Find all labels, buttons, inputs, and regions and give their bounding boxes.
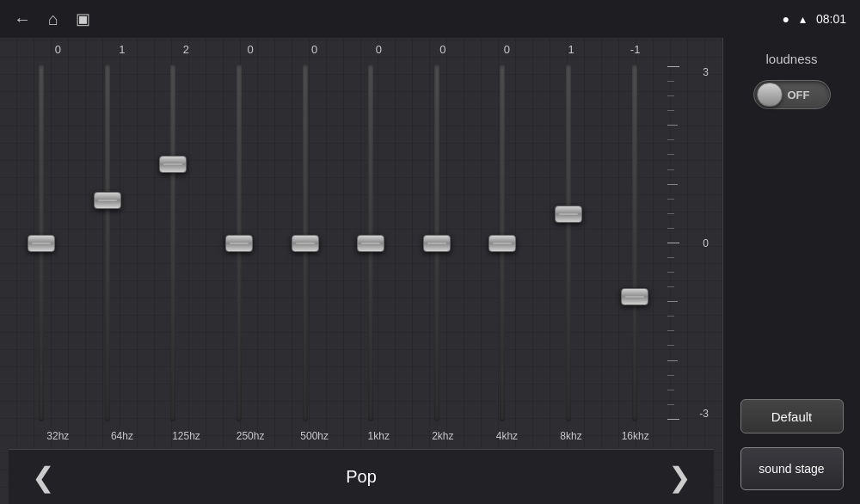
sliders-columns xyxy=(9,61,667,425)
eq-panel: 012000001-1 3 0 -3 32hz64hz125hz250hz500… xyxy=(0,38,722,504)
toggle-state: OFF xyxy=(788,89,810,101)
eq-value-9: -1 xyxy=(603,43,667,56)
status-bar-left: ← ⌂ ▣ xyxy=(14,9,90,29)
eq-label-9: 16khz xyxy=(603,430,667,442)
eq-value-5: 0 xyxy=(347,43,411,56)
window-icon[interactable]: ▣ xyxy=(76,9,90,28)
eq-value-3: 0 xyxy=(218,43,283,56)
slider-column-9 xyxy=(601,61,667,425)
bottom-nav: ❮ Pop ❯ xyxy=(9,449,714,504)
next-icon: ❯ xyxy=(668,461,691,494)
eq-label-7: 4khz xyxy=(475,430,539,442)
location-icon: ● xyxy=(782,12,789,26)
prev-icon: ❮ xyxy=(32,461,55,494)
toggle-knob xyxy=(757,83,783,107)
loudness-label: loudness xyxy=(765,52,817,66)
time-display: 08:01 xyxy=(816,12,846,26)
preset-name: Pop xyxy=(77,467,645,487)
eq-label-4: 500hz xyxy=(282,430,347,442)
sound-stage-button[interactable]: sound stage xyxy=(740,447,844,490)
eq-labels-row: 32hz64hz125hz250hz500hz1khz2khz4khz8khz1… xyxy=(9,425,714,449)
right-panel: loudness OFF Default sound stage xyxy=(722,38,860,504)
main-content: 012000001-1 3 0 -3 32hz64hz125hz250hz500… xyxy=(0,38,860,504)
eq-label-2: 125hz xyxy=(154,430,218,442)
loudness-toggle[interactable]: OFF xyxy=(753,80,831,109)
eq-label-0: 32hz xyxy=(26,430,90,442)
slider-track-9 xyxy=(601,65,667,421)
wifi-icon: ▴ xyxy=(800,12,806,26)
sliders-area: 3 0 -3 xyxy=(9,61,714,425)
next-preset-button[interactable]: ❯ xyxy=(645,450,714,505)
eq-value-4: 0 xyxy=(282,43,347,56)
eq-label-8: 8khz xyxy=(539,430,604,442)
eq-label-1: 64hz xyxy=(90,430,155,442)
eq-label-5: 1khz xyxy=(347,430,411,442)
eq-value-7: 0 xyxy=(475,43,539,56)
eq-value-2: 2 xyxy=(154,43,218,56)
home-icon[interactable]: ⌂ xyxy=(48,9,58,29)
prev-preset-button[interactable]: ❮ xyxy=(9,450,77,505)
status-bar: ← ⌂ ▣ ● ▴ 08:01 xyxy=(0,0,860,38)
eq-values-row: 012000001-1 xyxy=(9,38,714,61)
eq-value-0: 0 xyxy=(26,43,90,56)
eq-label-6: 2khz xyxy=(411,430,476,442)
default-button[interactable]: Default xyxy=(740,399,844,433)
eq-value-6: 0 xyxy=(411,43,476,56)
eq-label-3: 250hz xyxy=(218,430,283,442)
status-bar-right: ● ▴ 08:01 xyxy=(782,12,846,26)
eq-value-8: 1 xyxy=(539,43,604,56)
eq-value-1: 1 xyxy=(90,43,155,56)
back-icon[interactable]: ← xyxy=(14,9,31,29)
